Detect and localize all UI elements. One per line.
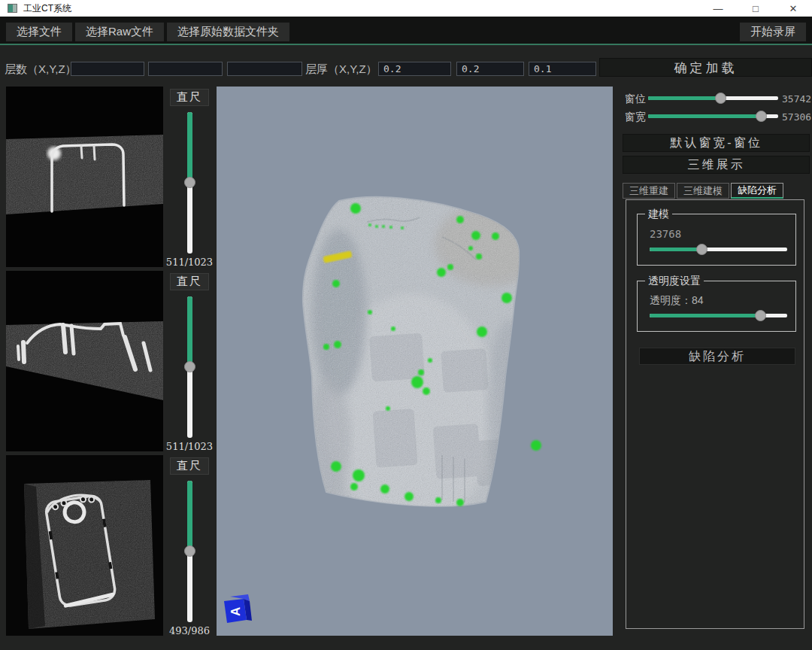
ruler-button-bottom[interactable]: 直尺 <box>170 457 209 475</box>
render-viewport[interactable]: A <box>217 87 613 636</box>
toolbar: 选择文件 选择Raw文件 选择原始数据文件夹 开始录屏 <box>0 17 812 45</box>
slice-controls-top: 直尺 511/1023 <box>164 87 215 269</box>
params-row: 层数（X,Y,Z） 层厚（X,Y,Z） 确定加载 <box>0 45 812 83</box>
cube-letter: A <box>229 607 243 616</box>
slider-thumb[interactable] <box>756 111 767 122</box>
slice-view-top[interactable] <box>6 87 163 267</box>
thickness-z-input[interactable] <box>529 62 596 76</box>
modeling-value: 23768 <box>650 228 681 240</box>
window-width-slider[interactable] <box>648 110 778 122</box>
thickness-y-input[interactable] <box>456 62 524 76</box>
defect-analysis-pane: 建模 23768 透明度设置 透明度：84 缺陷分析 <box>626 199 804 629</box>
app-icon <box>8 4 17 13</box>
slice-controls-middle: 直尺 511/1023 <box>164 271 215 454</box>
slider-fill <box>648 96 721 100</box>
slider-thumb[interactable] <box>696 244 707 255</box>
app-window: 工业CT系统 — □ ✕ 选择文件 选择Raw文件 选择原始数据文件夹 开始录屏… <box>0 0 812 650</box>
transparency-group-title: 透明度设置 <box>645 275 704 288</box>
slice-position-bottom: 493/986 <box>169 625 210 636</box>
orientation-cube-icon[interactable]: A <box>221 592 254 627</box>
record-button[interactable]: 开始录屏 <box>740 23 806 41</box>
slider-fill <box>648 114 762 118</box>
slider-thumb[interactable] <box>755 310 766 321</box>
tab-3d-modeling[interactable]: 三维建模 <box>677 183 729 199</box>
thickness-label: 层厚（X,Y,Z） <box>305 62 377 77</box>
window-width-label: 窗宽 <box>625 111 646 124</box>
slider-fill <box>650 314 761 317</box>
ruler-button-top[interactable]: 直尺 <box>170 89 209 106</box>
slider-fill <box>650 248 702 251</box>
slider-fill <box>187 481 192 551</box>
slider-thumb[interactable] <box>184 361 195 372</box>
default-window-button[interactable]: 默认窗宽-窗位 <box>623 134 810 152</box>
load-button[interactable]: 确定加载 <box>599 58 812 77</box>
transparency-group: 透明度设置 透明度：84 <box>637 281 796 332</box>
slider-fill <box>187 296 192 367</box>
maximize-button[interactable]: □ <box>737 0 774 17</box>
window-level-label: 窗位 <box>625 93 646 106</box>
window-width-value: 57306 <box>782 111 811 123</box>
ct-3d-model <box>217 87 613 636</box>
select-file-button[interactable]: 选择文件 <box>6 23 72 41</box>
modeling-slider[interactable] <box>650 243 787 255</box>
layers-label: 层数（X,Y,Z） <box>5 62 77 77</box>
display-3d-button[interactable]: 三维展示 <box>623 156 810 174</box>
transparency-value-label: 透明度：84 <box>650 294 704 308</box>
tab-defect-analysis[interactable]: 缺陷分析 <box>731 183 783 199</box>
tab-3d-reconstruction[interactable]: 三维重建 <box>623 183 675 199</box>
select-raw-button[interactable]: 选择Raw文件 <box>75 23 164 41</box>
slice-slider-middle[interactable] <box>183 296 196 438</box>
window-level-slider[interactable] <box>648 92 778 104</box>
slider-thumb[interactable] <box>184 177 195 188</box>
select-folder-button[interactable]: 选择原始数据文件夹 <box>167 23 289 41</box>
slice-view-bottom[interactable] <box>6 455 163 636</box>
slider-fill <box>187 112 192 183</box>
slice-position-middle: 511/1023 <box>166 441 213 452</box>
thickness-x-input[interactable] <box>378 62 451 76</box>
slice-position-top: 511/1023 <box>166 257 213 268</box>
layer-z-input[interactable] <box>227 62 302 76</box>
analysis-tabs: 三维重建 三维建模 缺陷分析 <box>623 183 783 199</box>
ruler-button-middle[interactable]: 直尺 <box>170 273 209 290</box>
modeling-group: 建模 23768 <box>637 214 796 266</box>
slider-thumb[interactable] <box>184 545 195 557</box>
defect-analysis-button[interactable]: 缺陷分析 <box>639 348 795 365</box>
slider-thumb[interactable] <box>715 93 726 104</box>
transparency-slider[interactable] <box>650 309 787 321</box>
close-button[interactable]: ✕ <box>774 0 812 17</box>
slice-view-middle[interactable] <box>6 271 163 451</box>
slice-slider-bottom[interactable] <box>183 481 196 622</box>
titlebar: 工业CT系统 — □ ✕ <box>0 0 812 17</box>
window-title: 工业CT系统 <box>23 2 71 15</box>
minimize-button[interactable]: — <box>699 0 737 17</box>
window-controls: — □ ✕ <box>699 0 812 17</box>
layer-x-input[interactable] <box>71 62 144 76</box>
slice-slider-top[interactable] <box>183 112 196 254</box>
slice-controls-bottom: 直尺 493/986 <box>164 455 215 638</box>
layer-y-input[interactable] <box>148 62 223 76</box>
modeling-group-title: 建模 <box>645 208 672 221</box>
window-level-value: 35742 <box>782 93 811 105</box>
